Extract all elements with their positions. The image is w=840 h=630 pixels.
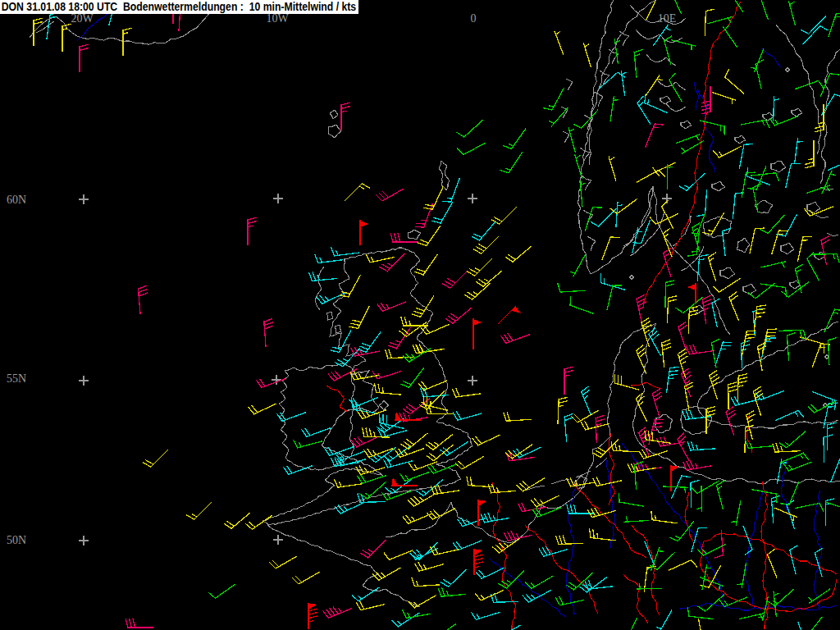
svg-text:10W: 10W <box>266 12 289 25</box>
svg-text:0: 0 <box>471 12 477 25</box>
svg-text:55N: 55N <box>7 372 26 385</box>
svg-text:20W: 20W <box>71 12 94 25</box>
svg-text:10E: 10E <box>658 12 677 25</box>
svg-text:50N: 50N <box>7 534 26 546</box>
svg-text:60N: 60N <box>7 194 26 206</box>
